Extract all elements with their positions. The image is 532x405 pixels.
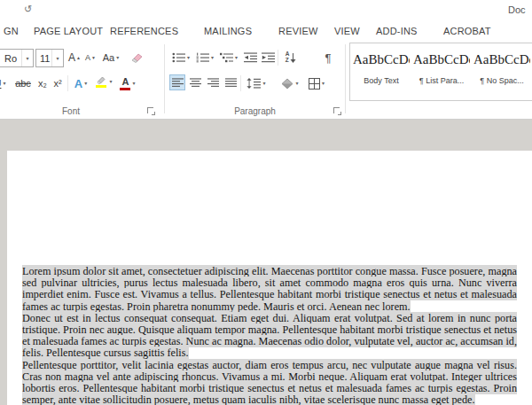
chevron-down-icon: ▾ [3, 81, 5, 86]
up-arrow-icon: ▲ [76, 55, 81, 60]
font-dialog-launcher[interactable] [147, 107, 153, 113]
text-highlight-button[interactable]: ▾ [92, 73, 115, 90]
tab-page-layout[interactable]: PAGE LAYOUT [34, 26, 103, 36]
align-center-icon [190, 78, 201, 88]
line-spacing-button[interactable]: ▾ [245, 74, 268, 92]
style-no-spacing[interactable]: AaBbCcDd ¶ No Spac... [473, 46, 530, 96]
document-title: Doc [508, 4, 526, 15]
multilevel-list-button[interactable]: ▾ [218, 49, 239, 66]
sort-az-icon: A Z [286, 51, 290, 64]
grow-font-button[interactable]: A ▲ [67, 49, 82, 66]
strikethrough-label: abc [15, 78, 31, 89]
selected-text[interactable]: Pellentesque porttitor, velit lacinia eg… [22, 359, 517, 405]
superscript-label: x² [53, 78, 61, 89]
grow-font-letter: A [68, 51, 75, 64]
selected-text[interactable]: Lorem ipsum dolor sit amet, consectetuer… [22, 265, 517, 313]
shading-button[interactable]: ▾ [278, 74, 301, 92]
tab-design[interactable]: GN [4, 26, 19, 36]
chevron-down-icon: ▾ [235, 55, 238, 60]
paint-bucket-icon [281, 78, 293, 90]
font-color-letter: A [122, 77, 129, 87]
chevron-down-icon: ▾ [211, 55, 214, 60]
sort-letter-z: Z [286, 58, 290, 64]
font-color-button[interactable]: A ▾ [117, 74, 138, 92]
line-spacing-icon [246, 78, 261, 89]
chevron-down-icon: ▾ [187, 55, 190, 60]
superscript-button[interactable]: x² [51, 74, 65, 92]
tab-acrobat[interactable]: ACROBAT [443, 26, 491, 36]
tab-mailings[interactable]: MAILINGS [204, 26, 252, 36]
sort-button[interactable]: A Z [281, 49, 301, 66]
divider [67, 75, 68, 91]
undo-icon[interactable]: ↺ [24, 4, 32, 15]
subscript-button[interactable]: x₂ [35, 74, 50, 92]
document-text[interactable]: Lorem ipsum dolor sit amet, consectetuer… [22, 266, 517, 405]
group-divider [164, 44, 165, 113]
chevron-down-icon: ▾ [295, 81, 298, 86]
outdent-icon [244, 52, 257, 63]
decrease-indent-button[interactable] [242, 49, 258, 66]
align-left-icon [172, 78, 184, 88]
paragraph-dialog-launcher[interactable] [333, 107, 340, 113]
chevron-down-icon[interactable]: ▾ [21, 50, 33, 66]
paragraph-group-label: Paragraph [217, 106, 293, 116]
align-center-button[interactable] [187, 74, 203, 90]
tab-add-ins[interactable]: ADD-INS [376, 26, 418, 36]
chevron-down-icon: ▾ [132, 81, 135, 86]
shrink-font-letter: A [85, 53, 90, 62]
shrink-font-button[interactable]: A ▼ [83, 49, 98, 66]
paragraph[interactable]: Pellentesque porttitor, velit lacinia eg… [22, 360, 517, 405]
align-left-button[interactable] [169, 74, 185, 90]
borders-button[interactable]: ▾ [305, 74, 328, 92]
strikethrough-button[interactable]: abc [12, 74, 34, 92]
divider [240, 75, 241, 91]
style-preview: AaBbCcDd [353, 51, 410, 68]
increase-indent-button[interactable] [260, 49, 276, 66]
align-right-button[interactable] [205, 74, 221, 90]
divider [278, 50, 278, 66]
chevron-down-icon: ▾ [109, 79, 112, 84]
document-page[interactable]: Lorem ipsum dolor sit amet, consectetuer… [7, 151, 532, 405]
tab-view[interactable]: VIEW [334, 26, 360, 36]
ribbon: Ro ▾ 11 ▾ A ▲ A ▼ Aa ▾ [0, 41, 532, 120]
change-case-button[interactable]: Aa ▾ [99, 49, 122, 66]
style-body-text[interactable]: AaBbCcDd Body Text [353, 46, 410, 96]
show-hide-pilcrow-button[interactable]: ¶ [321, 49, 335, 66]
numbered-list-icon [196, 52, 209, 63]
paragraph[interactable]: Donec ut est in lectus consequat consequ… [22, 313, 517, 360]
down-arrow-icon: ▼ [91, 55, 96, 60]
justify-button[interactable] [223, 74, 239, 90]
indent-icon [262, 52, 275, 63]
change-case-label: Aa [103, 52, 114, 63]
ribbon-tab-bar: GN PAGE LAYOUT REFERENCES MAILINGS REVIE… [0, 21, 532, 41]
style-list-paragraph[interactable]: AaBbCcDd ¶ List Para... [413, 46, 470, 96]
chevron-down-icon: ▾ [84, 81, 87, 86]
down-arrow-icon [290, 52, 296, 64]
font-size-value: 11 [36, 53, 51, 64]
font-group-label: Font [35, 106, 106, 116]
numbering-button[interactable]: ▾ [194, 49, 215, 66]
font-color-icon: A [120, 77, 130, 90]
chevron-down-icon[interactable]: ▾ [51, 50, 63, 66]
pilcrow-icon: ¶ [325, 51, 332, 65]
tab-review[interactable]: REVIEW [278, 26, 318, 36]
text-effects-button[interactable]: A ▾ [71, 74, 90, 92]
bullets-button[interactable]: ▾ [170, 49, 192, 66]
multilevel-list-icon [220, 52, 233, 63]
style-preview: AaBbCcDd [413, 51, 470, 68]
font-name-combobox[interactable]: Ro ▾ [0, 49, 34, 67]
selected-text[interactable]: Donec ut est in lectus consequat consequ… [22, 312, 517, 360]
font-size-combobox[interactable]: 11 ▾ [35, 49, 64, 67]
underline-button[interactable]: U ▾ [0, 74, 8, 92]
word-window: ↺ Doc GN PAGE LAYOUT REFERENCES MAILINGS… [0, 0, 532, 405]
highlighter-icon [95, 74, 107, 89]
align-right-icon [207, 78, 219, 88]
paragraph[interactable]: Lorem ipsum dolor sit amet, consectetuer… [22, 266, 517, 313]
style-label: Body Text [353, 76, 410, 85]
style-preview: AaBbCcDd [473, 51, 530, 68]
group-divider [345, 44, 346, 113]
bullet-list-icon [172, 52, 185, 63]
subscript-label: x₂ [38, 78, 47, 89]
clear-formatting-button[interactable] [127, 49, 145, 66]
tab-references[interactable]: REFERENCES [110, 26, 178, 36]
